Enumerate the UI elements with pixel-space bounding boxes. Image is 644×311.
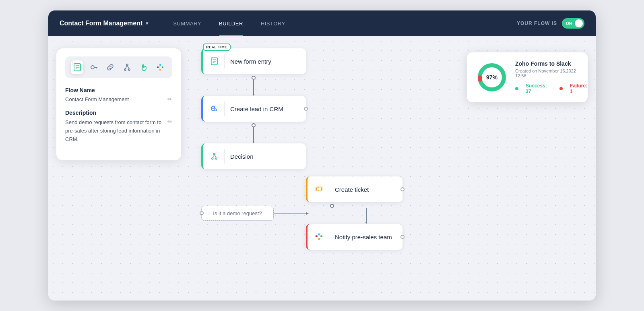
trigger-icon [210, 54, 225, 68]
condition-box[interactable]: Is it a demo request? [201, 206, 274, 221]
edit-flow-name-icon[interactable]: ✏ [167, 96, 172, 102]
connector-line-2 [253, 127, 254, 142]
action1-node[interactable]: Create lead in CRM [201, 96, 306, 122]
canvas: Flow Name Contact Form Management ✏ Desc… [48, 36, 596, 301]
flow-name-value: Contact Form Management [65, 96, 129, 102]
left-panel: Flow Name Contact Form Management ✏ Desc… [56, 48, 181, 160]
description-value: Send demo requests from contact form to … [65, 118, 164, 143]
branch-row: Is it a demo request? ▶ [201, 176, 306, 250]
trigger-label: New form entry [230, 58, 271, 65]
header: Contact Form Management ▾ SUMMARY BUILDE… [48, 10, 596, 36]
stats-card: 97% Zoho Forms to Slack Created on Novem… [467, 52, 588, 102]
action3-right-dot [400, 235, 405, 239]
edit-description-icon[interactable]: ✏ [167, 118, 172, 125]
toggle-state-label: ON [566, 21, 572, 26]
svg-point-8 [126, 64, 128, 66]
decision-label: Decision [230, 153, 254, 160]
svg-point-25 [215, 158, 217, 160]
action1-right-dot [304, 107, 308, 111]
description-label: Description [65, 110, 172, 116]
flow-name-value-row: Contact Form Management ✏ [65, 96, 172, 102]
svg-point-10 [128, 69, 130, 70]
realtime-badge: REAL TIME [203, 44, 231, 51]
svg-point-4 [91, 66, 94, 69]
svg-rect-29 [316, 235, 318, 237]
connector-line-3: ▼ [366, 208, 367, 222]
main-nav: SUMMARY BUILDER HISTORY [164, 10, 517, 36]
connector-dot-1 [252, 76, 256, 80]
branch-icon[interactable] [121, 60, 133, 74]
flow-toggle[interactable]: ON [562, 18, 584, 29]
svg-rect-15 [162, 66, 163, 68]
success-count: 37 [526, 89, 531, 94]
key-icon[interactable] [87, 60, 100, 74]
svg-point-24 [212, 158, 213, 160]
trigger-node[interactable]: REAL TIME New form entry [201, 48, 306, 74]
flow-name-label: Flow Name [65, 87, 172, 93]
header-right: YOUR FLOW IS ON [517, 18, 584, 29]
slack-icon[interactable] [154, 60, 167, 74]
right-nodes: Create ticket ▼ [306, 176, 402, 250]
h-connector: ▶ [274, 213, 306, 214]
svg-line-11 [125, 66, 127, 69]
action3-node[interactable]: Notify pre-sales team [306, 224, 402, 250]
action2-node[interactable]: Create ticket [306, 176, 402, 202]
flow-status-label: YOUR FLOW IS [517, 21, 557, 26]
action3-label: Notify pre-sales team [335, 234, 392, 241]
panel-icons-row [65, 56, 172, 78]
svg-rect-16 [159, 69, 161, 70]
flow-diagram: REAL TIME New form entry [201, 48, 306, 250]
failure-dot [559, 86, 564, 91]
hand-icon[interactable] [137, 60, 150, 74]
app-title: Contact Form Management [60, 20, 142, 27]
donut-chart: 97% [476, 61, 508, 93]
stats-row: Success: 37 | Failure: 1 [515, 83, 587, 94]
decision-node[interactable]: Decision [201, 143, 306, 169]
form-icon[interactable] [71, 60, 83, 74]
svg-rect-31 [320, 235, 322, 237]
decision-icon [210, 149, 225, 164]
svg-point-9 [124, 69, 126, 70]
tab-summary[interactable]: SUMMARY [164, 10, 210, 36]
svg-line-26 [213, 155, 215, 158]
donut-percent-label: 97% [486, 74, 497, 81]
brand-title[interactable]: Contact Form Management ▾ [60, 20, 148, 27]
connector-area-3: ▼ [306, 204, 402, 222]
success-label: Success: 37 [526, 83, 547, 94]
condition-label: Is it a demo request? [213, 210, 262, 216]
stats-info: Zoho Forms to Slack Created on November … [515, 60, 587, 94]
svg-rect-14 [159, 64, 161, 66]
stats-title: Zoho Forms to Slack [515, 60, 587, 67]
action2-icon [315, 182, 329, 197]
success-dot [515, 86, 520, 91]
chevron-down-icon: ▾ [146, 21, 148, 26]
failure-count: 1 [570, 89, 573, 94]
action2-label: Create ticket [335, 186, 369, 193]
connector-dot-2 [252, 123, 256, 127]
stats-divider: | [553, 86, 554, 91]
svg-line-27 [215, 155, 217, 158]
action3-icon [315, 230, 329, 244]
connector-dot-3 [330, 204, 334, 208]
svg-rect-32 [318, 238, 320, 240]
flow-name-section: Flow Name Contact Form Management ✏ [65, 87, 172, 102]
action2-right-dot [400, 187, 405, 191]
connector-line-1 [253, 80, 254, 94]
toggle-knob [575, 19, 583, 27]
svg-point-22 [212, 107, 215, 108]
app-container: Contact Form Management ▾ SUMMARY BUILDE… [48, 10, 596, 301]
svg-rect-17 [157, 66, 159, 67]
tab-history[interactable]: HISTORY [252, 10, 294, 36]
failure-label: Failure: 1 [570, 83, 587, 94]
condition-left-dot [200, 211, 204, 215]
stats-created: Created on November 16,2022 12:56 [515, 68, 587, 78]
svg-point-23 [214, 153, 215, 155]
svg-rect-30 [318, 233, 320, 235]
action1-label: Create lead in CRM [230, 106, 283, 112]
svg-line-12 [127, 66, 129, 69]
description-section: Description Send demo requests from cont… [65, 110, 172, 143]
tab-builder[interactable]: BUILDER [210, 10, 252, 36]
link-icon[interactable] [104, 60, 117, 74]
action1-icon [210, 102, 225, 116]
